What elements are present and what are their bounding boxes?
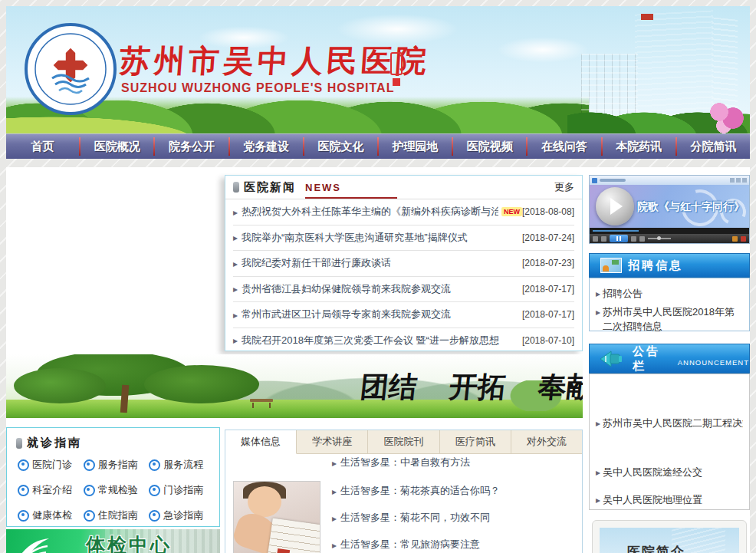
checkup-logo-icon [18,534,52,553]
previous-button[interactable] [601,236,606,242]
target-icon [84,485,95,496]
news-link[interactable]: 贵州省德江县妇幼保健院领导前来我院参观交流 [242,282,451,296]
calligraphy-seal-icon [390,52,403,87]
announcement-item: 吴中人民医院途经公交 [596,465,743,480]
nav-item-nursing[interactable]: 护理园地 [379,140,452,154]
player-app-icon [592,178,597,183]
hospital-intro-card[interactable]: 医院简介 [592,520,747,553]
guide-link-inpatient-guide[interactable]: 住院指南 [84,509,150,522]
maximize-icon[interactable] [736,178,741,183]
news-link[interactable]: 我院召开2018年度第三次党委工作会议 暨“进一步解放思想 [242,334,499,347]
arrow-icon [233,309,242,321]
guide-title: 就诊指南 [27,436,82,450]
tab-media-info[interactable]: 媒体信息 [225,430,297,454]
target-icon [84,459,95,471]
target-icon [149,459,160,471]
eject-button[interactable] [639,236,645,242]
news-link[interactable]: 常州市武进区卫计局领导专家前来我院参观交流 [242,308,451,321]
hospital-building-image [567,6,750,133]
news-date: [2018-07-10] [522,335,574,346]
stop-button[interactable] [593,236,598,242]
media-link[interactable]: 生活智多星：菊花不同，功效不同 [340,511,490,525]
news-tag: NEWS [305,182,341,193]
nav-item-branch-news[interactable]: 分院简讯 [677,140,750,154]
news-section: 医院新闻 NEWS 更多 热烈祝贺大外科主任陈革华主编的《新编外科疾病诊断与治 … [225,175,583,351]
nav-item-overview[interactable]: 医院概况 [81,140,153,154]
news-row: 我院召开2018年度第三次党委工作会议 暨“进一步解放思想 [2018-07-1… [233,328,574,354]
guide-link-emergency-guide[interactable]: 急诊指南 [149,509,215,522]
guide-links-grid: 医院门诊 服务指南 服务流程 科室介绍 常规检验 门诊指南 健康体检 住院指南 … [7,450,219,522]
tab-medical-briefs[interactable]: 医疗简讯 [440,430,511,453]
settings-button[interactable] [732,236,738,242]
tab-hospital-journal[interactable]: 医院院刊 [368,430,439,453]
slogan-word: 团结 [359,370,419,403]
record-button[interactable] [741,236,746,242]
nav-item-culture[interactable]: 医院文化 [304,140,377,154]
player-controls [590,234,749,243]
news-link[interactable]: 我院举办“南京医科大学医患沟通研究基地”揭牌仪式 [242,231,468,245]
guide-link-health-checkup[interactable]: 健康体检 [18,509,84,522]
nav-item-home[interactable]: 首页 [6,140,79,154]
recruit-icon [600,258,622,273]
news-link[interactable]: 我院纪委对新任干部进行廉政谈话 [242,256,391,270]
announcement-link[interactable]: 苏州市吴中人民医院二期工程决策事 [603,416,743,431]
media-link[interactable]: 生活智多星：常见旅游病要注意 [340,538,480,551]
tab-external-exchange[interactable]: 对外交流 [511,430,582,453]
recruit-header: 招聘信息 [589,253,750,278]
target-icon [149,510,160,522]
news-row: 热烈祝贺大外科主任陈革华主编的《新编外科疾病诊断与治 NEW [2018-08-… [233,199,574,225]
nav-item-party-building[interactable]: 党务建设 [230,140,303,154]
minimize-icon[interactable] [730,178,735,183]
news-more-link[interactable]: 更多 [554,180,574,194]
nav-item-qa[interactable]: 在线问答 [528,140,600,154]
progress-bar[interactable] [590,228,749,234]
news-date: [2018-07-17] [522,309,574,320]
arrow-icon [233,206,242,218]
announcement-item: 吴中人民医院地理位置 [596,492,743,508]
target-icon [18,510,29,522]
target-icon [18,459,29,471]
volume-slider[interactable] [648,238,671,239]
guide-link-outpatient[interactable]: 医院门诊 [18,458,84,472]
slogan-banner: 团结开拓奉献 [6,354,583,418]
nav-item-public-affairs[interactable]: 院务公开 [155,140,228,154]
guide-link-lab-tests[interactable]: 常规检验 [84,483,150,497]
media-link[interactable]: 生活智多星：菊花茶真的适合你吗？ [340,484,500,498]
arrow-icon [596,465,603,480]
guide-link-departments[interactable]: 科室介绍 [18,483,84,497]
video-player: 院歌《与红十字同行》 [589,175,750,244]
new-badge: NEW [501,207,522,216]
tree-decoration [14,354,267,416]
guide-link-service-guide[interactable]: 服务指南 [84,458,150,472]
nav-item-videos[interactable]: 医院视频 [453,140,526,154]
media-link[interactable]: 生活智多星：中暑自救有方法 [340,456,470,469]
guide-link-outpatient-guide[interactable]: 门诊指南 [149,483,215,497]
hospital-logo-icon [23,21,118,117]
media-row: 生活智多星：菊花不同，功效不同 [332,511,490,525]
recruit-link[interactable]: 招聘公告 [603,286,643,301]
recruit-link[interactable]: 苏州市吴中人民医院2018年第二次招聘信息 [603,304,743,334]
recruit-item: 招聘公告 [596,286,743,301]
recruit-title: 招聘信息 [628,258,683,273]
close-icon[interactable] [742,178,747,183]
arrow-icon [596,492,603,508]
next-button[interactable] [631,236,636,242]
announcement-title: 公告栏 [633,344,673,374]
announcement-link[interactable]: 吴中人民医院地理位置 [603,492,702,508]
main-nav: 首页 医院概况 院务公开 党务建设 医院文化 护理园地 医院视频 在线问答 本院… [6,133,750,159]
guide-link-service-flow[interactable]: 服务流程 [149,458,215,472]
player-titlebar [590,176,749,185]
announcement-link[interactable]: 吴中人民医院途经公交 [603,465,702,480]
news-link[interactable]: 热烈祝贺大外科主任陈革华主编的《新编外科疾病诊断与治 [242,205,498,219]
news-header: 医院新闻 NEWS 更多 [225,176,582,199]
pause-button[interactable] [610,235,628,242]
target-icon [149,485,160,496]
media-row: 生活智多星：菊花茶真的适合你吗？ [332,484,500,498]
tab-lectures[interactable]: 学术讲座 [297,430,368,453]
checkup-center-banner[interactable]: 体检中心 [6,529,220,553]
nav-item-pharmacy-news[interactable]: 本院药讯 [603,140,675,154]
player-screen: 院歌《与红十字同行》 [590,185,749,228]
visit-guide-section: 就诊指南 医院门诊 服务指南 服务流程 科室介绍 常规检验 门诊指南 健康体检 … [6,427,220,527]
play-button[interactable] [596,187,634,225]
arrow-icon [233,283,242,295]
